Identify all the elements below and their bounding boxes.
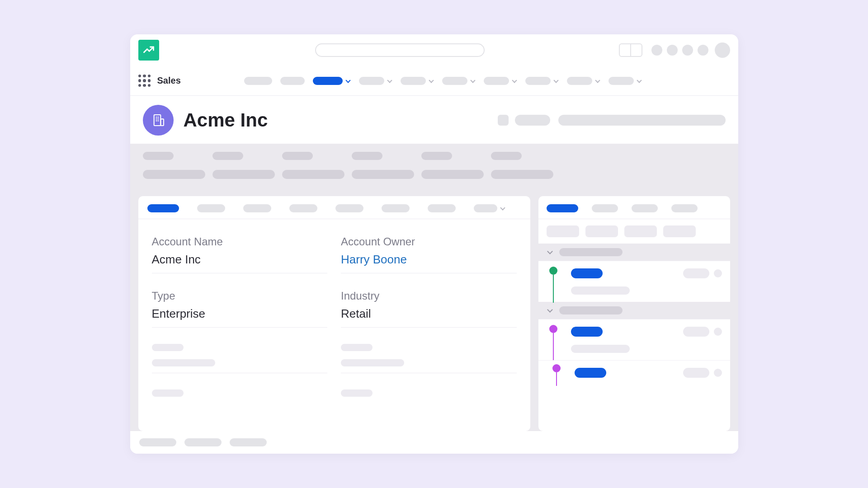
details-tabstrip — [138, 196, 530, 219]
activity-action-icon[interactable] — [714, 369, 722, 377]
topbar-action-2[interactable] — [667, 45, 678, 56]
highlight-label — [212, 152, 243, 160]
field-label: Account Name — [152, 235, 328, 248]
activity-section-header[interactable] — [538, 244, 730, 261]
activity-tab[interactable] — [671, 204, 698, 212]
field-label: Industry — [341, 290, 517, 302]
app-launcher-icon[interactable] — [138, 75, 151, 87]
footer-item[interactable] — [184, 438, 222, 446]
activity-item[interactable] — [538, 261, 730, 302]
activity-action-icon[interactable] — [714, 328, 722, 336]
activity-filter-chip[interactable] — [624, 225, 657, 237]
svg-rect-0 — [154, 115, 160, 126]
nav-tab[interactable] — [442, 77, 476, 85]
chevron-down-icon — [553, 78, 559, 84]
highlight-value — [491, 170, 553, 179]
highlight-value — [143, 170, 205, 179]
details-body: Account Name Acme Inc Account Owner Harr… — [138, 219, 530, 411]
chevron-down-icon — [345, 78, 351, 84]
activity-title — [571, 268, 603, 278]
header-button[interactable] — [515, 115, 550, 126]
field-value: Enterprise — [152, 307, 328, 321]
header-button-group[interactable] — [558, 115, 726, 126]
chevron-down-icon — [470, 78, 476, 84]
nav-tab[interactable] — [567, 77, 600, 85]
activity-filter-chip[interactable] — [585, 225, 618, 237]
highlight-label — [352, 152, 382, 160]
svg-rect-1 — [160, 119, 164, 126]
chevron-down-icon — [429, 78, 434, 84]
activity-section-label — [559, 306, 623, 314]
activity-filter-row — [538, 219, 730, 244]
activity-panel — [538, 196, 730, 431]
topbar-action-4[interactable] — [698, 45, 708, 56]
topbar-action-3[interactable] — [682, 45, 693, 56]
header-action[interactable] — [498, 115, 509, 126]
field-account-name: Account Name Acme Inc — [152, 235, 328, 273]
activity-meta — [683, 368, 709, 378]
nav-tab-active[interactable] — [313, 77, 351, 85]
chevron-down-icon — [512, 78, 517, 84]
avatar[interactable] — [715, 42, 730, 58]
details-tab[interactable] — [243, 204, 271, 212]
nav-app-label: Sales — [157, 75, 181, 86]
activity-tab[interactable] — [632, 204, 658, 212]
highlight-value — [421, 170, 484, 179]
field-industry: Industry Retail — [341, 290, 517, 328]
highlight-label — [491, 152, 522, 160]
footer — [130, 431, 738, 454]
nav-tabs — [244, 77, 642, 85]
chevron-down-icon — [637, 78, 642, 84]
chevron-down-icon — [500, 206, 505, 211]
activity-item[interactable] — [538, 319, 730, 360]
chevron-down-icon — [547, 307, 553, 314]
activity-subtext — [571, 345, 630, 353]
activity-filter-chip[interactable] — [547, 225, 579, 237]
details-tab-active[interactable] — [147, 204, 179, 212]
activity-tab-active[interactable] — [547, 204, 578, 212]
status-dot-icon — [552, 364, 561, 372]
details-tab[interactable] — [428, 204, 456, 212]
account-owner-link[interactable]: Harry Boone — [341, 253, 517, 267]
field-placeholder — [341, 344, 517, 373]
details-tab[interactable] — [197, 204, 225, 212]
search-input[interactable] — [315, 43, 485, 57]
nav-tab[interactable] — [401, 77, 434, 85]
highlight-value — [352, 170, 414, 179]
activity-item[interactable] — [538, 360, 730, 385]
details-tab[interactable] — [335, 204, 363, 212]
timeline-stem — [556, 372, 557, 386]
details-tab[interactable] — [289, 204, 317, 212]
field-placeholder — [152, 389, 328, 411]
nav-tab[interactable] — [359, 77, 392, 85]
details-tab[interactable] — [382, 204, 410, 212]
status-dot-icon — [549, 267, 557, 275]
nav-tab[interactable] — [484, 77, 517, 85]
field-value: Acme Inc — [152, 253, 328, 267]
activity-title — [571, 327, 603, 337]
topbar-action-1[interactable] — [651, 45, 662, 56]
field-type: Type Enterprise — [152, 290, 328, 328]
footer-item[interactable] — [139, 438, 176, 446]
details-panel: Account Name Acme Inc Account Owner Harr… — [138, 196, 530, 431]
chevron-down-icon — [547, 249, 553, 255]
nav-tab[interactable] — [609, 77, 642, 85]
nav-tab[interactable] — [244, 77, 272, 85]
details-tab-more[interactable] — [474, 204, 505, 212]
app-window: Sales — [130, 34, 738, 454]
activity-action-icon[interactable] — [714, 269, 722, 277]
view-toggle[interactable] — [619, 43, 642, 57]
nav-tab[interactable] — [280, 77, 305, 85]
activity-tabstrip — [538, 196, 730, 219]
timeline-stem — [553, 333, 554, 361]
nav-tab[interactable] — [525, 77, 559, 85]
app-logo[interactable] — [138, 40, 159, 61]
timeline-stem — [553, 275, 554, 303]
activity-filter-chip[interactable] — [663, 225, 696, 237]
building-icon — [151, 113, 165, 127]
activity-section-header[interactable] — [538, 302, 730, 319]
field-value: Retail — [341, 307, 517, 321]
activity-tab[interactable] — [592, 204, 618, 212]
status-dot-icon — [549, 325, 557, 333]
footer-item[interactable] — [230, 438, 267, 446]
